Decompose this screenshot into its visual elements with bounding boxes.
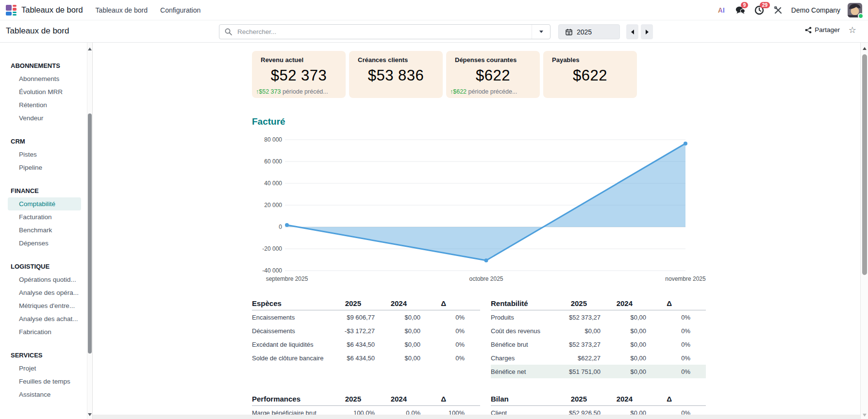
kpi-value: $52 373	[252, 67, 346, 84]
table-cell: $0,00	[601, 341, 646, 348]
kpi-card-payables[interactable]: Payables$622	[543, 51, 637, 98]
sidebar-scrollbar[interactable]	[87, 43, 93, 419]
table-name: Espèces	[252, 299, 321, 307]
table-cell: 0%	[420, 327, 465, 335]
kpi-card-revenu-actuel[interactable]: Revenu actuel$52 373↑$52 373 période pré…	[252, 51, 346, 98]
share-button[interactable]: Partager	[805, 26, 840, 33]
table-row: Encaissements$9 606,77$0,000%	[252, 310, 480, 324]
kpi-title: Revenu actuel	[252, 56, 346, 64]
search-filters-toggle[interactable]	[532, 25, 550, 39]
kpi-value: $53 836	[349, 67, 443, 84]
table-cell: 0%	[646, 368, 690, 375]
kpi-title: Payables	[543, 56, 637, 64]
table-cell: 0%	[646, 314, 690, 321]
facture-chart[interactable]: 80 00060 00040 00020 0000-20 000-40 000s…	[248, 130, 709, 290]
table-row-label: Bénéfice brut	[491, 341, 547, 348]
x-tick-label: octobre 2025	[469, 275, 503, 282]
sidebar-item-vendeur[interactable]: Vendeur	[8, 112, 81, 125]
scroll-up-arrow-icon[interactable]	[863, 47, 867, 50]
sidebar-item-assistance[interactable]: Assistance	[8, 388, 81, 401]
y-tick-label: 0	[279, 224, 282, 230]
menu-tableaux-de-bord[interactable]: Tableaux de bord	[96, 6, 148, 14]
page-scrollbar[interactable]	[860, 43, 868, 419]
activities-icon[interactable]: 29	[753, 4, 765, 16]
menu-configuration[interactable]: Configuration	[160, 6, 200, 14]
table-cell: $0,00	[375, 341, 420, 348]
sidebar-item-analyse-des-achat[interactable]: Analyse des achat...	[8, 312, 81, 325]
table-cell: 0%	[646, 355, 690, 362]
sidebar-item-depenses[interactable]: Dépenses	[8, 237, 81, 250]
scroll-up-arrow-icon[interactable]	[88, 48, 92, 50]
year-filter-button[interactable]: 2025	[558, 24, 620, 39]
table-col-header: 2025	[547, 395, 601, 403]
kpi-card-depenses-courantes[interactable]: Dépenses courantes$622↑$622 période préc…	[446, 51, 540, 98]
y-tick-label: 20 000	[264, 202, 282, 209]
sidebar-section-title: ABONNEMENTS	[0, 59, 93, 72]
dashboard-sidebar: ABONNEMENTSAbonnementsÉvolution MRRRéten…	[0, 43, 93, 419]
facture-chart-svg: 80 00060 00040 00020 0000-20 000-40 000s…	[248, 130, 709, 290]
company-switcher[interactable]: Demo Company	[791, 6, 840, 14]
sidebar-item-analyse-des-opera[interactable]: Analyse des opéra...	[8, 286, 81, 299]
table-cell: $622,27	[547, 355, 601, 362]
messages-icon[interactable]: 9	[734, 4, 746, 16]
sidebar-item-metriques-d-entre[interactable]: Métriques d'entre...	[8, 299, 81, 312]
table-cell: 0%	[420, 355, 465, 362]
favorite-star-icon[interactable]: ☆	[849, 25, 856, 35]
kpi-delta-suffix: période précéde...	[467, 88, 517, 95]
app-name[interactable]: Tableaux de bord	[21, 5, 83, 15]
online-status-dot	[858, 13, 864, 19]
debug-tools-icon[interactable]	[772, 4, 784, 16]
scroll-down-arrow-icon[interactable]	[863, 414, 867, 417]
sidebar-item-fabrication[interactable]: Fabrication	[8, 325, 81, 338]
sidebar-scrollbar-thumb[interactable]	[88, 113, 92, 354]
trend-up-icon: ↑$622	[450, 88, 467, 95]
sidebar-item-retention[interactable]: Rétention	[8, 98, 81, 112]
sidebar-item-facturation[interactable]: Facturation	[8, 210, 81, 224]
ai-icon[interactable]: AI	[716, 4, 727, 16]
table-rentabilite: Rentabilité20252024ΔProduits$52 373,27$0…	[491, 297, 706, 378]
table-col-header: Δ	[646, 395, 690, 403]
kpi-card-creances-clients[interactable]: Créances clients$53 836	[349, 51, 443, 98]
y-tick-label: 60 000	[264, 158, 282, 165]
table-cell: $0,00	[601, 368, 646, 375]
table-header: Bilan20252024Δ	[491, 392, 706, 406]
sidebar-section-abonnements: ABONNEMENTSAbonnementsÉvolution MRRRéten…	[0, 59, 93, 125]
table-header: Rentabilité20252024Δ	[491, 297, 706, 310]
sidebar-section-services: SERVICESProjetFeuilles de tempsAssistanc…	[0, 349, 93, 401]
search-box[interactable]	[219, 24, 551, 39]
table-col-header: 2024	[601, 395, 646, 403]
page-scrollbar-thumb[interactable]	[862, 54, 867, 275]
table-cell: $6 434,50	[321, 355, 375, 362]
sidebar-item-pipeline[interactable]: Pipeline	[8, 161, 81, 174]
horizontal-scrollbar-track[interactable]	[93, 415, 860, 419]
sidebar-item-comptabilite[interactable]: Comptabilité	[8, 197, 81, 210]
table-cell: $52 373,27	[547, 314, 601, 321]
sidebar-section-title: LOGISTIQUE	[0, 260, 93, 273]
apps-menu-icon[interactable]	[6, 5, 17, 16]
sidebar-item-abonnements[interactable]: Abonnements	[8, 72, 81, 85]
y-tick-label: -20 000	[262, 245, 282, 252]
sidebar-item-feuilles-de-temps[interactable]: Feuilles de temps	[8, 375, 81, 388]
chart-title: Facturé	[252, 116, 285, 127]
sidebar-item-operations-quotid[interactable]: Opérations quotid...	[8, 273, 81, 286]
sidebar-item-pistes[interactable]: Pistes	[8, 148, 81, 161]
table-especes: Espèces20252024ΔEncaissements$9 606,77$0…	[252, 297, 480, 378]
y-tick-label: 80 000	[264, 136, 282, 143]
next-period-button[interactable]	[641, 24, 653, 39]
table-col-header: 2025	[321, 299, 375, 307]
sidebar-item-benchmark[interactable]: Benchmark	[8, 224, 81, 237]
sidebar-item-projet[interactable]: Projet	[8, 362, 81, 375]
table-row-label: Solde de clôture bancaire	[252, 355, 321, 362]
previous-period-button[interactable]	[626, 24, 638, 39]
search-input[interactable]	[236, 28, 532, 36]
table-row: Bénéfice net$51 751,00$0,000%	[491, 365, 706, 378]
search-icon	[225, 28, 232, 35]
kpi-title: Créances clients	[349, 56, 443, 64]
table-row: Excédant de liquidités$6 434,50$0,000%	[252, 338, 480, 351]
table-cell: $0,00	[601, 355, 646, 362]
chevron-right-icon	[646, 30, 649, 34]
table-row: Décaissements-$3 172,27$0,000%	[252, 324, 480, 338]
user-avatar[interactable]	[848, 3, 862, 17]
scroll-down-arrow-icon[interactable]	[88, 413, 92, 416]
sidebar-item-evolution-mrr[interactable]: Évolution MRR	[8, 85, 81, 98]
